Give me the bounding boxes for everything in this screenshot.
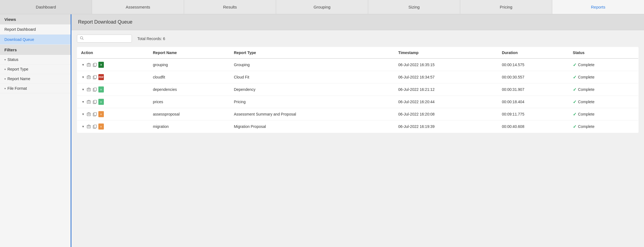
file-icon-excel[interactable]: X	[98, 62, 104, 68]
table-row: ▼ ≡ m	[77, 120, 639, 133]
action-cell: ▼ ≡	[77, 96, 149, 108]
report-type-cell: Dependency	[230, 83, 394, 96]
search-box[interactable]	[77, 35, 132, 43]
filter-file-format[interactable]: ▾ File Format	[0, 84, 71, 93]
filter-report-name-arrow: ▾	[4, 77, 6, 80]
status-cell: ✓ Complete	[569, 120, 639, 133]
status-checkmark: ✓	[573, 75, 576, 80]
nav-tab-grouping[interactable]: Grouping	[276, 0, 368, 14]
row-copy-button[interactable]	[92, 99, 97, 105]
nav-tab-reports[interactable]: Reports	[552, 0, 644, 14]
status-label: Complete	[578, 112, 595, 116]
row-expand-button[interactable]: ▼	[81, 100, 85, 104]
action-cell: ▼ X	[77, 58, 149, 71]
col-header-action: Action	[77, 47, 149, 59]
filter-file-format-label: File Format	[7, 86, 27, 91]
action-cell: ▼ PDF	[77, 71, 149, 83]
duration-cell: 00:00:18.404	[498, 96, 569, 108]
filter-status-arrow: ▾	[4, 58, 6, 61]
col-header-status: Status	[569, 47, 639, 59]
svg-rect-30	[87, 113, 90, 116]
table-row: ▼ ≡ a	[77, 108, 639, 120]
row-expand-button[interactable]: ▼	[81, 112, 85, 116]
table-header-row: Action Report Name Report Type Timestamp…	[77, 47, 639, 59]
content-body: Total Records: 6 Action Report Name Repo…	[71, 30, 644, 247]
svg-rect-22	[94, 88, 96, 91]
action-cell: ▼ ≡	[77, 108, 149, 120]
report-type-cell: Migration Proposal	[230, 120, 394, 133]
svg-rect-43	[94, 125, 96, 128]
svg-rect-16	[87, 88, 90, 91]
row-delete-button[interactable]	[86, 87, 91, 92]
nav-tab-results[interactable]: Results	[184, 0, 276, 14]
filter-status-label: Status	[7, 57, 18, 62]
nav-tab-pricing[interactable]: Pricing	[460, 0, 552, 14]
row-copy-button[interactable]	[92, 87, 97, 92]
sidebar-item-report-dashboard[interactable]: Report Dashboard	[0, 24, 71, 35]
row-copy-button[interactable]	[92, 124, 97, 129]
report-type-cell: Pricing	[230, 96, 394, 108]
action-cell: ▼ ≡	[77, 83, 149, 96]
table-row: ▼ PDF	[77, 71, 639, 83]
row-copy-button[interactable]	[92, 62, 97, 68]
row-expand-button[interactable]: ▼	[81, 124, 85, 129]
filter-report-type-arrow: ▾	[4, 68, 6, 71]
toolbar: Total Records: 6	[77, 35, 639, 43]
timestamp-cell: 06-Jul-2022 16:34:57	[395, 71, 498, 83]
filter-status[interactable]: ▾ Status	[0, 55, 71, 64]
filter-report-type[interactable]: ▾ Report Type	[0, 64, 71, 74]
col-header-report-name: Report Name	[149, 47, 230, 59]
row-delete-button[interactable]	[86, 124, 91, 129]
row-delete-button[interactable]	[86, 111, 91, 117]
svg-rect-8	[94, 63, 96, 66]
views-section-header: Views	[0, 14, 71, 24]
main-layout: Views Report Dashboard Download Queue Fi…	[0, 14, 644, 247]
file-icon-doc-orange[interactable]: ≡	[98, 111, 104, 117]
row-delete-button[interactable]	[86, 62, 91, 68]
duration-cell: 00:00:31.907	[498, 83, 569, 96]
content-header: Report Download Queue	[71, 14, 644, 30]
search-input[interactable]	[85, 37, 129, 41]
total-records: Total Records: 6	[137, 37, 165, 41]
report-name-cell: migration	[149, 120, 230, 133]
row-delete-button[interactable]	[86, 74, 91, 80]
row-delete-button[interactable]	[86, 99, 91, 105]
svg-rect-9	[87, 76, 90, 79]
report-type-cell: Grouping	[230, 58, 394, 71]
file-icon-doc[interactable]: ≡	[98, 99, 104, 105]
status-cell: ✓ Complete	[569, 83, 639, 96]
status-cell: ✓ Complete	[569, 96, 639, 108]
nav-tab-dashboard[interactable]: Dashboard	[0, 0, 92, 14]
status-label: Complete	[578, 124, 595, 129]
filter-file-format-arrow: ▾	[4, 87, 6, 90]
svg-rect-15	[94, 75, 96, 78]
svg-rect-36	[94, 113, 96, 116]
row-expand-button[interactable]: ▼	[81, 87, 85, 92]
nav-tab-assessments[interactable]: Assessments	[92, 0, 184, 14]
row-copy-button[interactable]	[92, 112, 97, 117]
report-name-cell: grouping	[149, 58, 230, 71]
sidebar: Views Report Dashboard Download Queue Fi…	[0, 14, 71, 247]
report-name-cell: cloudfit	[149, 71, 230, 83]
status-checkmark: ✓	[573, 87, 576, 92]
svg-rect-29	[94, 100, 96, 103]
file-icon-pdf[interactable]: PDF	[98, 74, 104, 80]
timestamp-cell: 06-Jul-2022 16:35:15	[395, 58, 498, 71]
filter-report-name[interactable]: ▾ Report Name	[0, 74, 71, 84]
table-row: ▼ ≡ d	[77, 83, 639, 96]
col-header-report-type: Report Type	[230, 47, 394, 59]
report-type-cell: Assessment Summary and Proposal	[230, 108, 394, 120]
nav-tab-sizing[interactable]: Sizing	[368, 0, 460, 14]
row-expand-button[interactable]: ▼	[81, 63, 85, 67]
col-header-timestamp: Timestamp	[395, 47, 498, 59]
status-cell: ✓ Complete	[569, 58, 639, 71]
filter-report-type-label: Report Type	[7, 67, 28, 71]
row-expand-button[interactable]: ▼	[81, 75, 85, 79]
status-checkmark: ✓	[573, 124, 576, 129]
action-cell: ▼ ≡	[77, 120, 149, 133]
sidebar-item-download-queue[interactable]: Download Queue	[0, 35, 71, 45]
file-icon-doc[interactable]: ≡	[98, 86, 104, 92]
file-icon-doc-orange[interactable]: ≡	[98, 124, 104, 130]
status-checkmark: ✓	[573, 112, 576, 117]
row-copy-button[interactable]	[92, 75, 97, 80]
